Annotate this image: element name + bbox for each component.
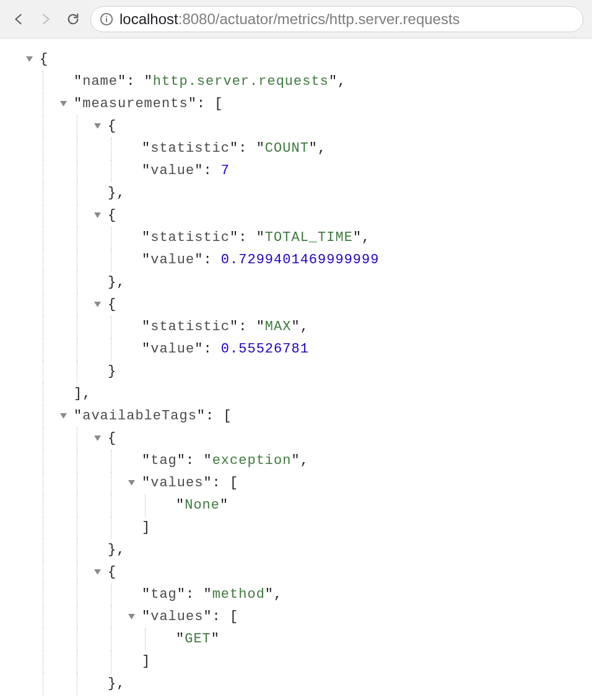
reload-icon [66, 12, 80, 26]
json-line: "statistic": "MAX", [9, 316, 583, 338]
url-text: localhost:8080/actuator/metrics/http.ser… [120, 11, 460, 28]
value-max: 0.55526781 [221, 338, 309, 361]
value-total-time: 0.7299401469999999 [221, 249, 380, 271]
toggle-icon[interactable] [26, 55, 37, 64]
json-line: "statistic": "COUNT", [9, 138, 583, 160]
svg-marker-4 [60, 101, 67, 107]
json-line: ] [9, 517, 583, 539]
json-line: "value": 0.7299401469999999 [9, 249, 583, 271]
json-line: }, [9, 673, 583, 695]
json-line: "availableTags": [ [9, 405, 583, 427]
json-line: }, [9, 539, 583, 561]
json-line: "tag": "exception", [9, 450, 583, 472]
toggle-icon[interactable] [60, 100, 71, 108]
svg-marker-7 [94, 302, 101, 307]
json-line: "value": 0.55526781 [9, 338, 583, 361]
json-line: "statistic": "TOTAL_TIME", [9, 227, 583, 249]
svg-marker-6 [94, 212, 101, 218]
json-line: "name": "http.server.requests", [9, 71, 583, 93]
value-count: 7 [221, 160, 230, 182]
json-line: }, [9, 271, 583, 294]
json-line: ] [9, 650, 583, 673]
json-line: "values": [ [9, 606, 583, 628]
json-line: { [9, 427, 583, 450]
json-line: { [9, 204, 583, 227]
json-line: }, [9, 182, 583, 204]
url-host: localhost [120, 11, 178, 27]
svg-marker-3 [26, 56, 33, 62]
svg-point-2 [106, 15, 107, 17]
svg-marker-5 [94, 123, 101, 129]
svg-marker-12 [128, 614, 135, 619]
json-line: } [9, 361, 583, 383]
json-line: { [9, 561, 583, 584]
toggle-icon[interactable] [94, 434, 105, 443]
arrow-right-icon [39, 12, 53, 26]
forward-button[interactable] [36, 9, 56, 29]
json-line: "value": 7 [9, 160, 583, 182]
json-line: { [9, 294, 583, 316]
json-viewer: { "name": "http.server.requests", "measu… [0, 38, 592, 700]
url-path: :8080/actuator/metrics/http.server.reque… [178, 11, 460, 27]
reload-button[interactable] [63, 9, 83, 29]
json-line: "measurements": [ [9, 93, 583, 115]
svg-marker-11 [94, 569, 101, 575]
toggle-icon[interactable] [60, 412, 71, 421]
browser-toolbar: localhost:8080/actuator/metrics/http.ser… [0, 0, 592, 38]
toggle-icon[interactable] [94, 300, 105, 309]
svg-marker-10 [128, 480, 135, 486]
toggle-icon[interactable] [94, 211, 105, 220]
toggle-icon[interactable] [94, 122, 105, 131]
address-bar[interactable]: localhost:8080/actuator/metrics/http.ser… [90, 6, 583, 32]
json-line: ], [9, 383, 583, 405]
toggle-icon[interactable] [128, 613, 139, 621]
json-line: "GET" [9, 628, 583, 650]
json-line: "None" [9, 494, 583, 517]
json-line: "tag": "method", [9, 584, 583, 606]
toggle-icon[interactable] [94, 568, 105, 577]
json-line: { [9, 48, 583, 71]
svg-marker-9 [94, 435, 101, 441]
back-button[interactable] [9, 9, 28, 29]
json-line: { [9, 115, 583, 138]
svg-marker-8 [60, 413, 67, 419]
toggle-icon[interactable] [128, 479, 139, 488]
json-line: "values": [ [9, 472, 583, 494]
arrow-left-icon [12, 12, 25, 26]
info-icon [100, 12, 113, 26]
